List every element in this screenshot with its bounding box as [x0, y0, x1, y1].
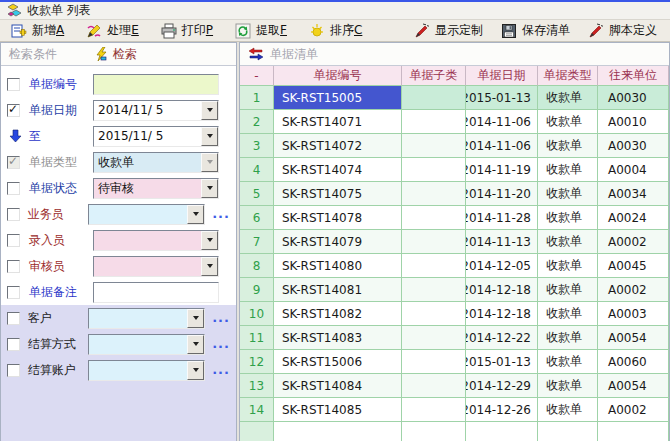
date-to-dropdown[interactable]: 2015/11/ 5	[93, 126, 219, 147]
cell-type[interactable]: 收款单	[538, 86, 598, 110]
cell-type[interactable]: 收款单	[538, 182, 598, 206]
cell-subclass[interactable]	[402, 110, 466, 134]
doc-type-dropdown[interactable]: 收款单	[93, 152, 219, 173]
auditor-dropdown[interactable]	[93, 256, 219, 277]
cell-subclass[interactable]	[402, 326, 466, 350]
cell-code[interactable]: SK-RST14072	[274, 134, 402, 158]
column-header-2[interactable]: 单据子类	[402, 66, 466, 86]
cell-code[interactable]: SK-RST14079	[274, 230, 402, 254]
dropdown-arrow-button[interactable]	[201, 153, 218, 172]
cell-code[interactable]: SK-RST14081	[274, 278, 402, 302]
cell-unit[interactable]: A0045	[598, 254, 669, 278]
auditor-checkbox[interactable]	[7, 260, 20, 273]
cell-num[interactable]: 13	[240, 374, 274, 398]
cell-subclass[interactable]	[402, 230, 466, 254]
cell-date[interactable]: 2014-12-29	[466, 374, 538, 398]
cell-type[interactable]: 收款单	[538, 158, 598, 182]
doc-number-checkbox[interactable]	[7, 78, 20, 91]
cell-subclass[interactable]	[402, 86, 466, 110]
sort-button[interactable]: 排序C	[306, 20, 365, 41]
cell-unit[interactable]: A0060	[598, 350, 669, 374]
doc-number-input[interactable]	[93, 74, 219, 95]
cell-type[interactable]: 收款单	[538, 302, 598, 326]
settle-method-checkbox[interactable]	[7, 338, 20, 351]
cell-num[interactable]: 7	[240, 230, 274, 254]
cell-num[interactable]: 2	[240, 110, 274, 134]
cell-date[interactable]: 2014-12-18	[466, 278, 538, 302]
dropdown-arrow-button[interactable]	[201, 127, 218, 146]
cell-subclass[interactable]	[402, 374, 466, 398]
cell-subclass[interactable]	[402, 254, 466, 278]
doc-status-dropdown[interactable]: 待审核	[93, 178, 219, 199]
script-define-button[interactable]: 脚本定义	[585, 20, 660, 41]
dropdown-arrow-button[interactable]	[201, 101, 218, 120]
cell-code[interactable]: SK-RST14082	[274, 302, 402, 326]
cell-unit[interactable]: A0002	[598, 398, 669, 422]
cell-code[interactable]: SK-RST15006	[274, 350, 402, 374]
dropdown-arrow-button[interactable]	[187, 309, 204, 328]
cell-unit[interactable]: A0002	[598, 230, 669, 254]
doc-remark-input[interactable]	[93, 282, 219, 303]
cell-type[interactable]: 收款单	[538, 278, 598, 302]
display-customize-button[interactable]: 显示定制	[411, 20, 486, 41]
settle-method-dropdown[interactable]	[88, 334, 206, 355]
cell-subclass[interactable]	[402, 398, 466, 422]
cell-code[interactable]: SK-RST14078	[274, 206, 402, 230]
customer-dropdown[interactable]	[88, 308, 206, 329]
cell-date[interactable]: 2014-12-22	[466, 326, 538, 350]
cell-date[interactable]: 2014-11-06	[466, 110, 538, 134]
cell-unit[interactable]: A0030	[598, 134, 669, 158]
cell-type[interactable]: 收款单	[538, 110, 598, 134]
cell-num[interactable]: 14	[240, 398, 274, 422]
cell-unit[interactable]: A0024	[598, 206, 669, 230]
column-header-1[interactable]: 单据编号	[274, 66, 402, 86]
cell-date[interactable]: 2014-11-20	[466, 182, 538, 206]
cell-code[interactable]: SK-RST14074	[274, 158, 402, 182]
customer-checkbox[interactable]	[7, 312, 20, 325]
salesman-checkbox[interactable]	[7, 208, 20, 221]
cell-code[interactable]: SK-RST14083	[274, 326, 402, 350]
column-header-4[interactable]: 单据类型	[538, 66, 598, 86]
cell-num[interactable]: 5	[240, 182, 274, 206]
cell-unit[interactable]: A0004	[598, 158, 669, 182]
cell-type[interactable]: 收款单	[538, 134, 598, 158]
new-button[interactable]: 新增A	[8, 20, 67, 41]
cell-type[interactable]: 收款单	[538, 206, 598, 230]
cell-subclass[interactable]	[402, 350, 466, 374]
cell-type[interactable]: 收款单	[538, 398, 598, 422]
cell-unit[interactable]: A0003	[598, 302, 669, 326]
cell-num[interactable]: 4	[240, 158, 274, 182]
cell-code[interactable]: SK-RST14075	[274, 182, 402, 206]
cell-date[interactable]: 2014-11-13	[466, 230, 538, 254]
dropdown-arrow-button[interactable]	[201, 179, 218, 198]
cell-date[interactable]: 2014-12-18	[466, 302, 538, 326]
dropdown-arrow-button[interactable]	[187, 361, 204, 380]
process-button[interactable]: 处理E	[83, 20, 142, 41]
cell-type[interactable]: 收款单	[538, 254, 598, 278]
doc-date-checkbox[interactable]	[7, 104, 20, 117]
cell-code[interactable]: SK-RST14084	[274, 374, 402, 398]
cell-date[interactable]: 2014-11-19	[466, 158, 538, 182]
cell-date[interactable]: 2014-11-06	[466, 134, 538, 158]
cell-type[interactable]: 收款单	[538, 374, 598, 398]
cell-subclass[interactable]	[402, 134, 466, 158]
cell-subclass[interactable]	[402, 278, 466, 302]
doc-status-checkbox[interactable]	[7, 182, 20, 195]
doc-type-checkbox[interactable]	[7, 156, 20, 169]
entry-clerk-dropdown[interactable]	[93, 230, 219, 251]
cell-unit[interactable]: A0030	[598, 86, 669, 110]
dropdown-arrow-button[interactable]	[187, 205, 204, 224]
settle-account-checkbox[interactable]	[7, 364, 20, 377]
cell-date[interactable]: 2015-01-13	[466, 86, 538, 110]
entry-clerk-checkbox[interactable]	[7, 234, 20, 247]
cell-num[interactable]: 8	[240, 254, 274, 278]
cell-unit[interactable]: A0054	[598, 326, 669, 350]
cell-num[interactable]: 9	[240, 278, 274, 302]
cell-num[interactable]: 12	[240, 350, 274, 374]
cell-date[interactable]: 2014-11-28	[466, 206, 538, 230]
cell-subclass[interactable]	[402, 302, 466, 326]
dropdown-arrow-button[interactable]	[201, 231, 218, 250]
cell-num[interactable]: 11	[240, 326, 274, 350]
doc-remark-checkbox[interactable]	[7, 286, 20, 299]
cell-unit[interactable]: A0002	[598, 278, 669, 302]
